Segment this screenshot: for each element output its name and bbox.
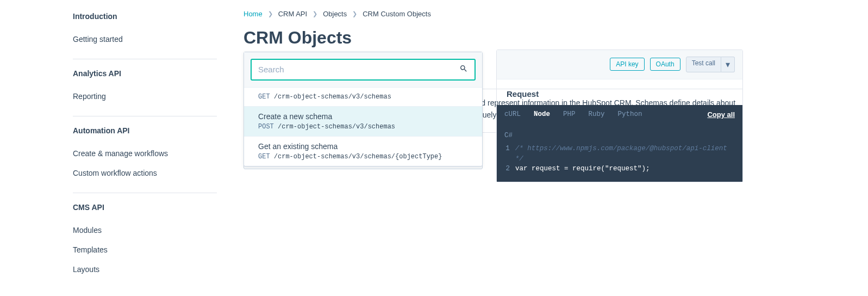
search-input[interactable]	[258, 65, 459, 74]
sidebar-heading-introduction: Introduction	[73, 12, 217, 21]
test-call-button[interactable]: Test call	[686, 57, 721, 72]
code-panel: API key OAuth Test call ▾ Request cURL N…	[496, 50, 743, 182]
breadcrumb-home[interactable]: Home	[243, 10, 263, 18]
sidebar: Introduction Getting started Analytics A…	[0, 0, 217, 296]
code-tab-csharp[interactable]: C#	[504, 132, 735, 139]
breadcrumb: Home ❯ CRM API ❯ Objects ❯ CRM Custom Ob…	[243, 10, 743, 18]
sidebar-item-getting-started[interactable]: Getting started	[73, 29, 217, 49]
code-tab-python[interactable]: Python	[618, 110, 642, 118]
sidebar-item-layouts[interactable]: Layouts	[73, 260, 217, 279]
test-call-caret[interactable]: ▾	[721, 57, 735, 72]
sidebar-item-reporting[interactable]: Reporting	[73, 87, 217, 106]
copy-all-button[interactable]: Copy all	[707, 110, 735, 119]
sidebar-heading-analytics: Analytics API	[73, 69, 217, 78]
auth-chip-api-key[interactable]: API key	[610, 58, 644, 71]
endpoint-item[interactable]: Get an existing schema GET /crm-object-s…	[244, 136, 482, 166]
sidebar-item-workflows[interactable]: Create & manage workflows	[73, 144, 217, 163]
code-tab-ruby[interactable]: Ruby	[589, 110, 605, 118]
page-title: CRM Objects	[243, 28, 743, 48]
code-tab-curl[interactable]: cURL	[504, 110, 521, 118]
auth-chip-oauth[interactable]: OAuth	[650, 58, 680, 71]
sidebar-heading-automation: Automation API	[73, 126, 217, 135]
sidebar-heading-cms: CMS API	[73, 203, 217, 212]
main-content: Home ❯ CRM API ❯ Objects ❯ CRM Custom Ob…	[217, 0, 868, 296]
code-block: cURL Node PHP Ruby Python Copy all C# 1/…	[497, 105, 742, 182]
endpoint-item[interactable]: GET /crm-object-schemas/v3/schemas	[244, 87, 482, 106]
sidebar-item-modules[interactable]: Modules	[73, 220, 217, 240]
breadcrumb-objects[interactable]: Objects	[323, 10, 347, 18]
endpoint-item[interactable]: Create a new schema POST /crm-object-sch…	[244, 106, 482, 136]
chevron-right-icon: ❯	[352, 10, 357, 17]
endpoints-dropdown-panel: GET /crm-object-schemas/v3/schemas Creat…	[243, 52, 483, 166]
chevron-right-icon: ❯	[313, 10, 317, 17]
code-tab-node[interactable]: Node	[534, 110, 550, 118]
request-heading: Request	[497, 79, 742, 105]
chevron-right-icon: ❯	[268, 10, 273, 17]
breadcrumb-crm-api[interactable]: CRM API	[278, 10, 307, 18]
breadcrumb-current: CRM Custom Objects	[363, 10, 431, 18]
code-tab-php[interactable]: PHP	[563, 110, 576, 118]
search-box[interactable]	[251, 59, 476, 81]
search-icon	[459, 64, 468, 75]
sidebar-item-custom-actions[interactable]: Custom workflow actions	[73, 163, 217, 183]
sidebar-item-templates[interactable]: Templates	[73, 240, 217, 260]
